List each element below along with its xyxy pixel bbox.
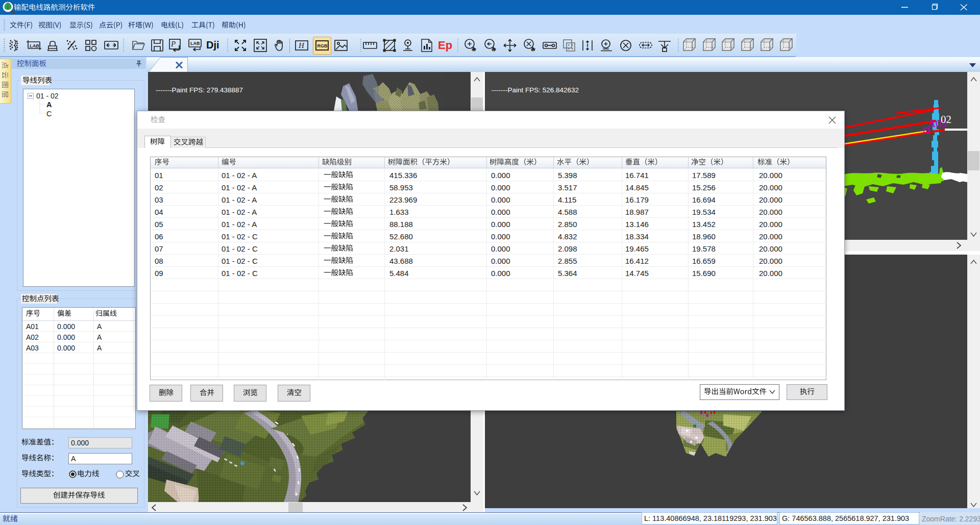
svg-text:02: 02 — [941, 113, 951, 126]
svg-text:H: H — [298, 41, 305, 49]
svg-text:LAB: LAB — [30, 43, 39, 48]
svg-text:LAB: LAB — [190, 41, 200, 46]
svg-text:P: P — [170, 40, 176, 48]
svg-text:RGB: RGB — [317, 43, 328, 48]
